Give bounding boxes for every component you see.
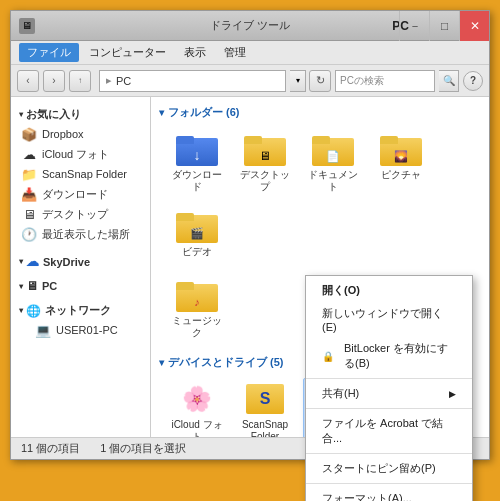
- ctx-acrobat[interactable]: ファイルを Acrobat で結合...: [306, 412, 472, 450]
- menu-view[interactable]: 表示: [176, 43, 214, 62]
- ctx-sep-3: [306, 453, 472, 454]
- window-controls: － □ ✕: [399, 11, 489, 41]
- ctx-new-window[interactable]: 新しいウィンドウで開く(E): [306, 302, 472, 337]
- minimize-button[interactable]: －: [399, 11, 429, 41]
- titlebar: 🖥 ドライブ ツール PC － □ ✕: [11, 11, 489, 41]
- sidebar-item-dropbox[interactable]: 📦 Dropbox: [15, 124, 146, 144]
- sidebar: ▾ お気に入り 📦 Dropbox ☁ iCloud フォト 📁 ScanSna…: [11, 97, 151, 437]
- ctx-bitlocker[interactable]: 🔒 BitLocker を有効にする(B): [306, 337, 472, 375]
- folder-music[interactable]: ♪ ミュージック: [167, 274, 227, 343]
- ctx-format[interactable]: フォーマット(A)...: [306, 487, 472, 501]
- menu-computer[interactable]: コンピューター: [81, 43, 174, 62]
- sidebar-item-desktop[interactable]: 🖥 デスクトップ: [15, 204, 146, 224]
- ctx-pin[interactable]: スタートにピン留め(P): [306, 457, 472, 480]
- maximize-button[interactable]: □: [429, 11, 459, 41]
- favorites-header[interactable]: ▾ お気に入り: [15, 105, 146, 124]
- search-button[interactable]: 🔍: [439, 70, 459, 92]
- refresh-button[interactable]: ↻: [309, 70, 331, 92]
- address-bar[interactable]: ▸ PC: [99, 70, 286, 92]
- ctx-sep-2: [306, 408, 472, 409]
- device-icloud[interactable]: 🌸 iCloud フォト: [167, 378, 227, 437]
- scansnap-icon: 📁: [21, 166, 37, 182]
- toolbar: ‹ › ↑ ▸ PC ▾ ↻ PCの検索 🔍 ?: [11, 65, 489, 97]
- menubar: ファイル コンピューター 表示 管理: [11, 41, 489, 65]
- folder-picture[interactable]: 🌄 ピクチャ: [371, 128, 431, 197]
- network-header[interactable]: ▾ 🌐 ネットワーク: [15, 301, 146, 320]
- skydrive-icon: ☁: [26, 254, 39, 269]
- pc-icon: 🖥: [26, 279, 38, 293]
- device-scansnap[interactable]: S ScanSnap Folder: [235, 378, 295, 437]
- up-button[interactable]: ↑: [69, 70, 91, 92]
- pc-header[interactable]: ▾ 🖥 PC: [15, 277, 146, 295]
- share-submenu-arrow: ▶: [449, 389, 456, 399]
- item-count: 11 個の項目: [21, 441, 80, 456]
- search-placeholder: PCの検索: [340, 74, 384, 88]
- ctx-share[interactable]: 共有(H) ▶: [306, 382, 472, 405]
- network-icon: 🌐: [26, 304, 41, 318]
- skydrive-header[interactable]: ▾ ☁ SkyDrive: [15, 252, 146, 271]
- folder-download[interactable]: ↓ ダウンロード: [167, 128, 227, 197]
- folders-section-title: ▾ フォルダー (6): [159, 105, 481, 120]
- help-button[interactable]: ?: [463, 71, 483, 91]
- window-icon: 🖥: [19, 18, 35, 34]
- forward-button[interactable]: ›: [43, 70, 65, 92]
- back-button[interactable]: ‹: [17, 70, 39, 92]
- menu-manage[interactable]: 管理: [216, 43, 254, 62]
- sidebar-item-downloads[interactable]: 📥 ダウンロード: [15, 184, 146, 204]
- selected-count: 1 個の項目を選択: [100, 441, 186, 456]
- icloud-icon: ☁: [21, 146, 37, 162]
- close-button[interactable]: ✕: [459, 11, 489, 41]
- sidebar-item-icloud[interactable]: ☁ iCloud フォト: [15, 144, 146, 164]
- folder-video[interactable]: 🎬 ビデオ: [167, 205, 227, 262]
- ctx-sep-4: [306, 483, 472, 484]
- search-input[interactable]: PCの検索: [335, 70, 435, 92]
- folders-grid: ↓ ダウンロード 🖥 デスクトップ: [159, 128, 481, 262]
- address-dropdown[interactable]: ▾: [290, 70, 306, 92]
- folder-desktop[interactable]: 🖥 デスクトップ: [235, 128, 295, 197]
- ctx-open[interactable]: 開く(O): [306, 279, 472, 302]
- recent-icon: 🕐: [21, 226, 37, 242]
- desktop-icon: 🖥: [21, 206, 37, 222]
- ctx-sep-1: [306, 378, 472, 379]
- user-pc-icon: 💻: [35, 322, 51, 338]
- dropbox-icon: 📦: [21, 126, 37, 142]
- sidebar-item-scansnap[interactable]: 📁 ScanSnap Folder: [15, 164, 146, 184]
- titlebar-tools-label: ドライブ ツール: [210, 18, 290, 33]
- menu-file[interactable]: ファイル: [19, 43, 79, 62]
- sidebar-item-user[interactable]: 💻 USER01-PC: [15, 320, 146, 340]
- sidebar-item-recent[interactable]: 🕐 最近表示した場所: [15, 224, 146, 244]
- folder-document[interactable]: 📄 ドキュメント: [303, 128, 363, 197]
- downloads-icon: 📥: [21, 186, 37, 202]
- context-menu: 開く(O) 新しいウィンドウで開く(E) 🔒 BitLocker を有効にする(…: [305, 275, 473, 501]
- address-text: PC: [116, 75, 131, 87]
